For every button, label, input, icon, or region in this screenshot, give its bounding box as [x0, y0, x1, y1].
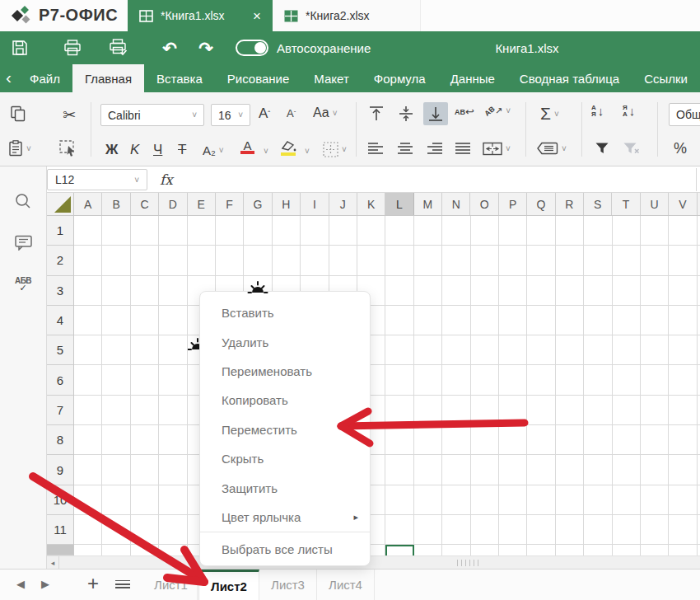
redo-button[interactable]: ↷: [196, 38, 216, 58]
quick-print-button[interactable]: [109, 38, 128, 58]
align-right-button[interactable]: [427, 142, 443, 155]
select-all-button[interactable]: [47, 193, 74, 216]
chevron-down-icon[interactable]: ˅: [264, 147, 268, 156]
col-header[interactable]: N: [442, 193, 470, 215]
cut-scissors-icon[interactable]: ✂: [63, 105, 76, 124]
col-header[interactable]: R: [556, 193, 584, 215]
save-button[interactable]: [10, 38, 30, 58]
sheet-tab-list1[interactable]: Лист1: [145, 570, 198, 600]
named-ranges-button[interactable]: ˅: [537, 142, 567, 155]
scrollbar-handle[interactable]: [457, 560, 478, 566]
tab-data[interactable]: Данные: [438, 64, 507, 92]
undo-button[interactable]: ↶: [160, 38, 180, 58]
col-header[interactable]: C: [131, 193, 159, 215]
col-header[interactable]: U: [641, 193, 669, 215]
col-header[interactable]: H: [273, 193, 301, 215]
row-header[interactable]: 1: [47, 216, 73, 246]
font-size-select[interactable]: 16 ˅: [211, 104, 250, 126]
col-header[interactable]: P: [499, 193, 527, 215]
borders-button[interactable]: ˅: [323, 142, 347, 157]
justify-button[interactable]: [455, 142, 471, 155]
font-color-button[interactable]: А: [240, 140, 254, 154]
highlight-color-button[interactable]: [280, 140, 296, 156]
filter-button[interactable]: [595, 142, 609, 154]
merge-cells-button[interactable]: ˅: [483, 142, 511, 156]
menu-item-rename[interactable]: Переименовать: [200, 357, 370, 386]
row-header[interactable]: 5: [47, 335, 73, 365]
copy-button[interactable]: [10, 105, 26, 122]
col-header[interactable]: G: [244, 193, 272, 215]
decrease-font-button[interactable]: Аˆ: [287, 107, 296, 120]
strikethrough-button[interactable]: Т: [178, 142, 186, 158]
row-header[interactable]: 8: [47, 425, 73, 455]
align-top-button[interactable]: [367, 105, 385, 122]
column-headers[interactable]: A B C D E F G H I J K L M N O P Q R S T …: [74, 193, 700, 216]
back-chevron-icon[interactable]: ‹: [0, 64, 17, 92]
paste-button[interactable]: ˅: [8, 140, 31, 157]
col-header[interactable]: A: [74, 193, 102, 215]
scroll-left-icon[interactable]: ◂: [47, 556, 59, 569]
row-header[interactable]: 6: [47, 365, 73, 395]
col-header[interactable]: D: [159, 193, 187, 215]
col-header[interactable]: T: [612, 193, 640, 215]
add-sheet-button[interactable]: +: [87, 572, 99, 595]
col-header-selected[interactable]: L: [385, 193, 413, 215]
row-header[interactable]: 9: [47, 455, 73, 485]
col-header[interactable]: V: [669, 193, 697, 215]
tab-layout[interactable]: Макет: [301, 64, 361, 92]
comments-icon[interactable]: [12, 232, 34, 253]
row-header[interactable]: 4: [47, 306, 73, 335]
col-header[interactable]: K: [357, 193, 385, 215]
spellcheck-icon[interactable]: АБВ ✓: [12, 274, 34, 295]
col-header[interactable]: J: [329, 193, 357, 215]
menu-item-insert[interactable]: Вставить: [200, 298, 370, 327]
horizontal-scrollbar[interactable]: ◂: [47, 555, 700, 569]
col-header[interactable]: S: [584, 193, 612, 215]
change-case-button[interactable]: Аа ˅: [313, 105, 338, 120]
bold-button[interactable]: Ж: [105, 142, 118, 158]
tab-home[interactable]: Главная: [72, 64, 144, 92]
close-tab-icon[interactable]: ×: [253, 9, 261, 23]
row-header[interactable]: 11: [47, 515, 73, 545]
col-header[interactable]: I: [301, 193, 329, 215]
col-header[interactable]: E: [188, 193, 216, 215]
subscript-button[interactable]: А₂ ˅: [203, 143, 224, 157]
tab-insert[interactable]: Вставка: [144, 64, 215, 92]
menu-item-tab-color[interactable]: Цвет ярлычка ▸: [200, 503, 370, 532]
sheet-tab-list4[interactable]: Лист4: [317, 570, 375, 600]
number-format-select[interactable]: Общий: [669, 103, 700, 126]
row-header[interactable]: 3: [47, 276, 73, 306]
row-header-selected-partial[interactable]: [47, 545, 73, 555]
wrap-text-button[interactable]: АВ↩: [455, 105, 474, 118]
menu-item-hide[interactable]: Скрыть: [200, 444, 370, 473]
tab-file[interactable]: Файл: [17, 64, 72, 92]
increase-font-button[interactable]: Аˆ: [259, 105, 270, 122]
select-area-button[interactable]: [59, 140, 77, 157]
doc-tab-kniga1[interactable]: *Книга1.xlsx ×: [128, 0, 273, 31]
tab-pivot[interactable]: Сводная таблица: [507, 64, 632, 92]
align-bottom-button[interactable]: [423, 102, 448, 125]
selected-cell-L12[interactable]: [385, 545, 414, 555]
search-icon[interactable]: [12, 190, 34, 212]
tab-links[interactable]: Ссылки: [632, 64, 700, 92]
percent-style-button[interactable]: %: [674, 140, 687, 157]
col-header[interactable]: B: [102, 193, 130, 215]
sheet-tab-list2[interactable]: Лист2: [198, 570, 259, 600]
row-header[interactable]: 2: [47, 246, 73, 275]
row-header[interactable]: 10: [47, 485, 73, 515]
font-name-select[interactable]: Calibri ˅: [100, 104, 204, 126]
chevron-down-icon[interactable]: ˅: [305, 147, 310, 156]
menu-item-copy[interactable]: Копировать: [200, 386, 370, 415]
row-header[interactable]: 7: [47, 396, 73, 425]
autosum-button[interactable]: Σ ˅: [540, 104, 559, 124]
col-header[interactable]: O: [470, 193, 498, 215]
autosave-toggle[interactable]: [236, 40, 268, 56]
align-left-button[interactable]: [367, 142, 384, 155]
col-header[interactable]: M: [414, 193, 442, 215]
clear-filter-button[interactable]: [623, 142, 641, 154]
menu-item-move[interactable]: Переместить: [200, 415, 370, 444]
cell-name-box[interactable]: L12 ˅: [47, 169, 147, 190]
sheet-tab-list3[interactable]: Лист3: [259, 570, 317, 600]
doc-tab-kniga2[interactable]: *Книга2.xlsx: [273, 0, 421, 31]
sort-ascending-button[interactable]: АЯ ↓: [591, 104, 604, 118]
